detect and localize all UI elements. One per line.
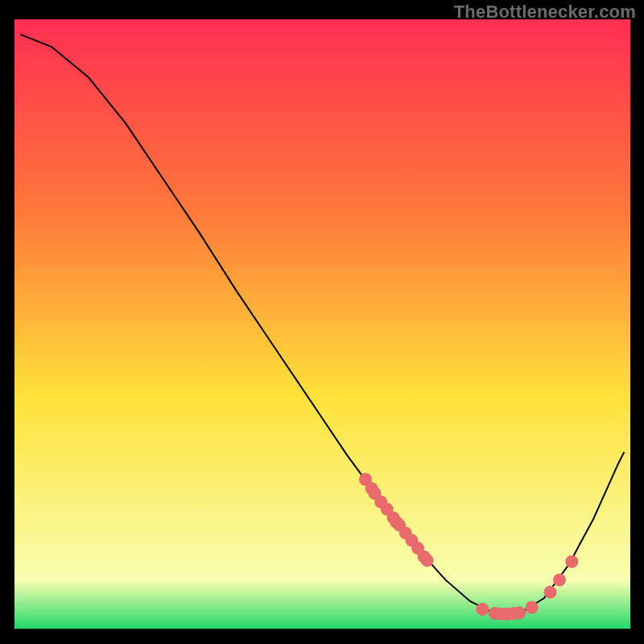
- chart-container: TheBottlenecker.com: [0, 0, 644, 644]
- watermark-label: TheBottlenecker.com: [454, 2, 636, 23]
- data-point: [476, 603, 489, 616]
- plot-area: [14, 19, 630, 629]
- data-point: [513, 606, 526, 619]
- data-point: [565, 555, 578, 568]
- data-point: [421, 554, 434, 567]
- data-point: [553, 573, 566, 586]
- bottleneck-curve-chart: [0, 0, 644, 644]
- data-point: [526, 601, 539, 614]
- data-point: [544, 586, 557, 599]
